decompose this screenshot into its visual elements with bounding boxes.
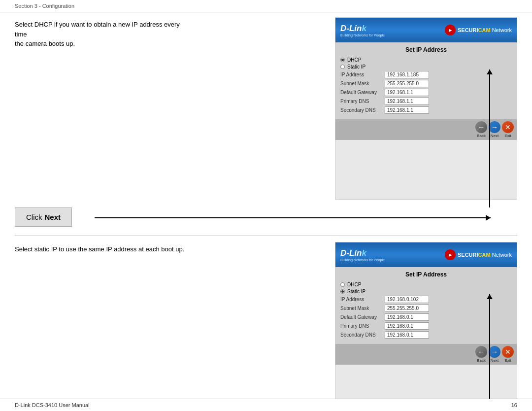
static-radio1[interactable] [340, 65, 345, 69]
arrow-line1 [95, 217, 491, 218]
field1-value-3: 192.168.1.1 [385, 98, 429, 105]
page-header: Section 3 - Configuration [0, 0, 532, 12]
back-btn2[interactable]: ← Back [475, 346, 487, 363]
securicam-icon2: ▶ [445, 249, 456, 260]
main-content: Select DHCP if you want to obtain a new … [0, 12, 532, 411]
field2-label-4: Secondary DNS [340, 332, 385, 338]
field2-value-2: 192.168.0.1 [385, 313, 429, 321]
dlink-header1: D-Link Building Networks for People ▶ SE… [335, 18, 517, 42]
next-label2: Next [491, 358, 499, 363]
field1-row-0: IP Address 192.168.1.185 [340, 71, 512, 78]
field2-label-0: IP Address [340, 297, 385, 302]
click-next1-bold: Next [45, 213, 61, 221]
field2-value-0: 192.168.0.102 [385, 296, 429, 303]
section2-desc: Select static IP to use the same IP addr… [15, 245, 184, 253]
securicam-badge1: ▶ SECURICAM Network [445, 25, 512, 35]
arrow-up2 [489, 294, 490, 411]
footer-right: 16 [511, 402, 517, 408]
field2-value-1: 255.255.255.0 [385, 305, 429, 312]
section1-text: Select DHCP if you want to obtain a new … [15, 17, 192, 49]
field1-row-3: Primary DNS 192.168.1.1 [340, 98, 512, 105]
field2-row-3: Primary DNS 192.168.0.1 [340, 322, 512, 330]
static-radio1-row: Static IP [340, 64, 512, 69]
back-label2: Back [477, 358, 486, 363]
dlink-logo2: D-Link Building Networks for People [340, 248, 385, 262]
dhcp-radio1-row: DHCP [340, 57, 512, 63]
panel2-title: Set IP Address [340, 271, 512, 278]
dlink-logo-sub2: Building Networks for People [340, 258, 385, 262]
field1-value-0: 192.168.1.185 [385, 71, 429, 78]
arrow-up1 [489, 69, 490, 207]
dhcp-radio1[interactable] [340, 58, 345, 62]
securicam-badge2: ▶ SECURICAM Network [445, 249, 512, 260]
field2-row-4: Secondary DNS 192.168.0.1 [340, 331, 512, 339]
section1-block: Select DHCP if you want to obtain a new … [15, 17, 517, 200]
securicam-icon1: ▶ [445, 25, 456, 35]
next-icon1: → [489, 121, 500, 133]
field1-label-2: Default Gateway [340, 90, 385, 95]
click-next1-label: Click [26, 213, 42, 221]
static-radio2[interactable] [340, 289, 345, 294]
panel1-title: Set IP Address [340, 46, 512, 53]
section2-block: Select static IP to use the same IP addr… [15, 242, 517, 411]
click-next1-button[interactable]: Click Next [15, 207, 72, 227]
back-icon2: ← [475, 346, 487, 358]
field1-value-1: 255.255.255.0 [385, 80, 429, 87]
section1-desc-line1: Select DHCP if you want to obtain a new … [15, 21, 180, 38]
back-icon1: ← [475, 121, 487, 133]
field2-label-2: Default Gateway [340, 314, 385, 320]
dhcp-label1: DHCP [347, 57, 361, 63]
section-divider [15, 236, 517, 236]
exit-icon1: ✕ [502, 121, 514, 133]
page-wrapper: Section 3 - Configuration Select DHCP if… [0, 0, 532, 411]
field2-value-3: 192.168.0.1 [385, 322, 429, 330]
next-label1: Next [491, 134, 499, 138]
field1-label-0: IP Address [340, 72, 385, 77]
section1-desc-line2: the camera boots up. [15, 40, 75, 47]
dlink-logo-sub1: Building Networks for People [340, 34, 385, 37]
click-next1-container: Click Next [15, 207, 517, 227]
securicam-text1: SECURICAM Network [458, 27, 512, 33]
field1-value-4: 192.168.1.1 [385, 106, 429, 114]
next-btn1[interactable]: → Next [489, 121, 500, 138]
field2-value-4: 192.168.0.1 [385, 331, 429, 339]
exit-icon2: ✕ [502, 346, 514, 358]
exit-label1: Exit [504, 134, 511, 138]
field2-row-0: IP Address 192.168.0.102 [340, 296, 512, 303]
dhcp-label2: DHCP [347, 282, 361, 287]
field1-row-2: Default Gateway 192.168.1.1 [340, 89, 512, 96]
field1-label-1: Subnet Mask [340, 81, 385, 86]
page-footer: D-Link DCS-3410 User Manual 16 [0, 399, 532, 411]
field2-row-2: Default Gateway 192.168.0.1 [340, 313, 512, 321]
dhcp-radio2[interactable] [340, 282, 345, 287]
field2-label-3: Primary DNS [340, 323, 385, 329]
next-btn2[interactable]: → Next [489, 346, 500, 363]
securicam-text2: SECURICAM Network [458, 252, 512, 258]
field1-label-3: Primary DNS [340, 99, 385, 104]
field1-row-4: Secondary DNS 192.168.1.1 [340, 106, 512, 114]
back-label1: Back [477, 134, 486, 138]
back-btn1[interactable]: ← Back [475, 121, 487, 138]
dlink-header2: D-Link Building Networks for People ▶ SE… [335, 242, 517, 267]
exit-label2: Exit [504, 358, 511, 363]
static-label1: Static IP [347, 64, 366, 69]
field2-label-1: Subnet Mask [340, 306, 385, 311]
footer-left: D-Link DCS-3410 User Manual [15, 402, 90, 408]
field1-value-2: 192.168.1.1 [385, 89, 429, 96]
next-icon2: → [489, 346, 500, 358]
section2-text: Select static IP to use the same IP addr… [15, 242, 192, 254]
section-label: Section 3 - Configuration [15, 3, 74, 9]
field1-label-4: Secondary DNS [340, 107, 385, 113]
dlink-logo1: D-Link Building Networks for People [340, 24, 385, 37]
field1-row-1: Subnet Mask 255.255.255.0 [340, 80, 512, 87]
field2-row-1: Subnet Mask 255.255.255.0 [340, 305, 512, 312]
exit-btn2[interactable]: ✕ Exit [502, 346, 514, 363]
exit-btn1[interactable]: ✕ Exit [502, 121, 514, 138]
dhcp-radio2-row: DHCP [340, 282, 512, 287]
static-label2: Static IP [347, 289, 366, 294]
static-radio2-row: Static IP [340, 289, 512, 294]
